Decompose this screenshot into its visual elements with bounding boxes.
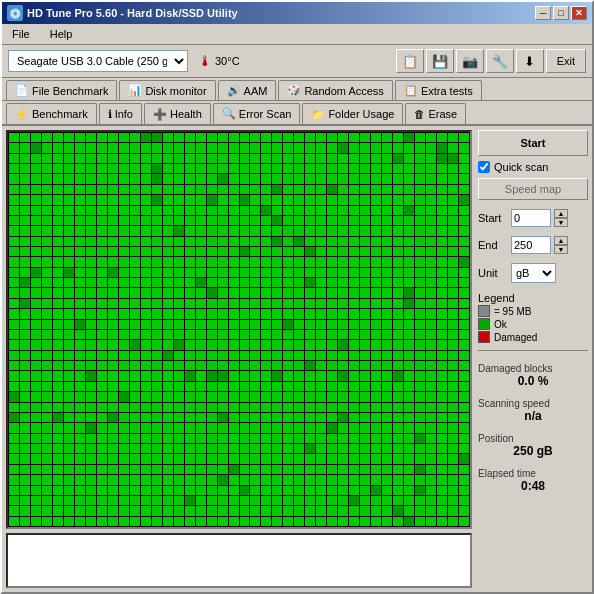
grid-cell <box>426 299 436 308</box>
grid-cell <box>31 320 41 329</box>
screenshot-button[interactable]: 📷 <box>456 49 484 73</box>
grid-cell <box>261 330 271 339</box>
grid-cell <box>53 216 63 225</box>
grid-cell <box>130 371 140 380</box>
start-spin-up[interactable]: ▲ <box>554 209 568 218</box>
maximize-button[interactable]: □ <box>553 6 569 20</box>
grid-cell <box>448 486 458 495</box>
grid-cell <box>250 413 260 422</box>
grid-cell <box>108 330 118 339</box>
grid-cell <box>86 506 96 515</box>
grid-cell <box>163 309 173 318</box>
tab-disk-monitor[interactable]: 📊 Disk monitor <box>119 80 215 100</box>
grid-cell <box>415 351 425 360</box>
unit-select[interactable]: gB MB <box>511 263 556 283</box>
grid-cell <box>338 340 348 349</box>
grid-cell <box>294 143 304 152</box>
grid-cell <box>9 164 19 173</box>
grid-cell <box>426 174 436 183</box>
grid-cell <box>229 216 239 225</box>
grid-cell <box>53 257 63 266</box>
menu-file[interactable]: File <box>7 26 35 42</box>
grid-cell <box>393 309 403 318</box>
close-button[interactable]: ✕ <box>571 6 587 20</box>
grid-cell <box>349 413 359 422</box>
grid-cell <box>207 206 217 215</box>
grid-cell <box>459 392 469 401</box>
grid-cell <box>31 195 41 204</box>
tab-random-access[interactable]: 🎲 Random Access <box>278 80 392 100</box>
grid-cell <box>86 320 96 329</box>
grid-cell <box>196 330 206 339</box>
grid-cell <box>196 133 206 142</box>
settings-button[interactable]: 🔧 <box>486 49 514 73</box>
grid-cell <box>316 351 326 360</box>
grid-cell <box>272 143 282 152</box>
grid-cell <box>163 475 173 484</box>
grid-cell <box>327 454 337 463</box>
grid-cell <box>185 465 195 474</box>
grid-cell <box>174 143 184 152</box>
unit-label: Unit <box>478 267 508 279</box>
grid-cell <box>97 403 107 412</box>
save-button[interactable]: 💾 <box>426 49 454 73</box>
grid-cell <box>86 268 96 277</box>
grid-cell <box>404 143 414 152</box>
grid-cell <box>240 517 250 526</box>
tab-folder-usage[interactable]: 📁 Folder Usage <box>302 103 403 124</box>
menu-help[interactable]: Help <box>45 26 78 42</box>
grid-cell <box>382 454 392 463</box>
grid-cell <box>338 164 348 173</box>
start-button[interactable]: Start <box>478 130 588 156</box>
grid-cell <box>75 216 85 225</box>
grid-cell <box>119 320 129 329</box>
grid-cell <box>119 413 129 422</box>
grid-cell <box>185 195 195 204</box>
grid-cell <box>371 320 381 329</box>
grid-cell <box>108 382 118 391</box>
end-input[interactable]: 250 <box>511 236 551 254</box>
grid-cell <box>415 247 425 256</box>
tab-info[interactable]: ℹ Info <box>99 103 142 124</box>
grid-cell <box>196 174 206 183</box>
grid-cell <box>459 465 469 474</box>
start-spin-down[interactable]: ▼ <box>554 218 568 227</box>
grid-cell <box>382 382 392 391</box>
disk-monitor-icon: 📊 <box>128 84 142 97</box>
grid-cell <box>163 206 173 215</box>
drive-select[interactable]: Seagate USB 3.0 Cable (250 gB) <box>8 50 188 72</box>
speed-map-button[interactable]: Speed map <box>478 178 588 200</box>
grid-cell <box>283 154 293 163</box>
grid-cell <box>75 133 85 142</box>
grid-cell <box>42 465 52 474</box>
minimize-button[interactable]: ─ <box>535 6 551 20</box>
tab-health[interactable]: ➕ Health <box>144 103 211 124</box>
tab-file-benchmark[interactable]: 📄 File Benchmark <box>6 80 117 100</box>
quick-scan-checkbox[interactable] <box>478 161 490 173</box>
end-spin-down[interactable]: ▼ <box>554 245 568 254</box>
grid-cell <box>426 206 436 215</box>
tab-aam[interactable]: 🔊 AAM <box>218 80 277 100</box>
grid-cell <box>250 486 260 495</box>
grid-cell <box>174 403 184 412</box>
end-spin-up[interactable]: ▲ <box>554 236 568 245</box>
tab-extra-tests[interactable]: 📋 Extra tests <box>395 80 482 100</box>
copy-button[interactable]: 📋 <box>396 49 424 73</box>
grid-cell <box>31 330 41 339</box>
start-input[interactable]: 0 <box>511 209 551 227</box>
grid-cell <box>272 195 282 204</box>
grid-cell <box>97 423 107 432</box>
grid-cell <box>9 133 19 142</box>
grid-cell <box>108 434 118 443</box>
tab-error-scan[interactable]: 🔍 Error Scan <box>213 103 301 124</box>
tab-erase[interactable]: 🗑 Erase <box>405 103 466 124</box>
tab-benchmark[interactable]: ⚡ Benchmark <box>6 103 97 124</box>
grid-cell <box>185 382 195 391</box>
grid-cell <box>9 226 19 235</box>
grid-cell <box>196 340 206 349</box>
exit-button[interactable]: Exit <box>546 49 586 73</box>
grid-cell <box>97 340 107 349</box>
download-button[interactable]: ⬇ <box>516 49 544 73</box>
grid-cell <box>130 164 140 173</box>
grid-cell <box>130 517 140 526</box>
